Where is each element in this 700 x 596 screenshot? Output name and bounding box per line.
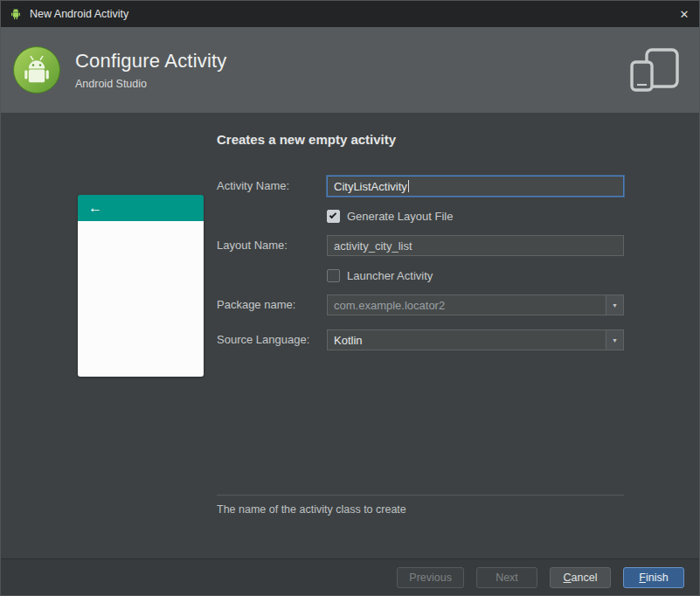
wizard-title: Configure Activity [75, 50, 227, 73]
close-icon[interactable]: ✕ [669, 1, 699, 27]
layout-name-value: activity_city_list [334, 239, 412, 253]
wizard-content: Creates a new empty activity ← Activity … [1, 113, 699, 558]
generate-layout-checkbox[interactable] [327, 210, 340, 223]
dialog-footer: Previous Next Cancel Finish [1, 558, 699, 595]
activity-name-input[interactable]: CityListActivity [327, 176, 624, 197]
previous-button[interactable]: Previous [397, 567, 464, 588]
wizard-header-text: Configure Activity Android Studio [75, 50, 227, 90]
source-language-combobox[interactable]: Kotlin ▼ [327, 329, 624, 350]
devices-icon [629, 47, 680, 93]
cancel-button[interactable]: Cancel [550, 567, 611, 588]
hint-divider [217, 495, 624, 496]
generate-layout-checkbox-row[interactable]: Generate Layout File [327, 209, 453, 223]
back-arrow-icon: ← [88, 201, 102, 215]
package-name-label: Package name: [217, 295, 323, 315]
field-hint: The name of the activity class to create [217, 503, 406, 516]
finish-button[interactable]: Finish [623, 567, 684, 588]
titlebar: New Android Activity ✕ [1, 1, 699, 27]
new-android-activity-dialog: New Android Activity ✕ [0, 0, 700, 596]
preview-body [78, 221, 204, 377]
generate-layout-label[interactable]: Generate Layout File [347, 210, 453, 223]
source-language-value: Kotlin [334, 334, 363, 347]
chevron-down-icon[interactable]: ▼ [606, 295, 623, 315]
wizard-header: Configure Activity Android Studio [1, 27, 699, 113]
source-language-label: Source Language: [217, 329, 323, 350]
android-icon [8, 6, 24, 22]
layout-name-label: Layout Name: [217, 235, 323, 256]
activity-preview: ← [78, 195, 204, 377]
android-studio-logo [12, 45, 61, 94]
package-name-value: com.example.locator2 [334, 299, 445, 312]
window-title: New Android Activity [30, 8, 128, 20]
launcher-activity-checkbox-row[interactable]: Launcher Activity [327, 268, 433, 282]
package-name-combobox[interactable]: com.example.locator2 ▼ [327, 295, 624, 315]
wizard-subtitle: Android Studio [75, 78, 227, 90]
activity-name-label: Activity Name: [217, 176, 323, 197]
form-heading: Creates a new empty activity [217, 132, 396, 147]
activity-name-value: CityListActivity [334, 180, 407, 193]
launcher-activity-label[interactable]: Launcher Activity [347, 269, 433, 282]
check-icon [329, 211, 336, 218]
launcher-activity-checkbox[interactable] [327, 269, 340, 282]
text-caret [408, 180, 409, 192]
chevron-down-icon[interactable]: ▼ [606, 330, 623, 350]
next-button[interactable]: Next [476, 567, 537, 588]
layout-name-input[interactable]: activity_city_list [327, 235, 624, 256]
preview-appbar: ← [78, 195, 204, 221]
